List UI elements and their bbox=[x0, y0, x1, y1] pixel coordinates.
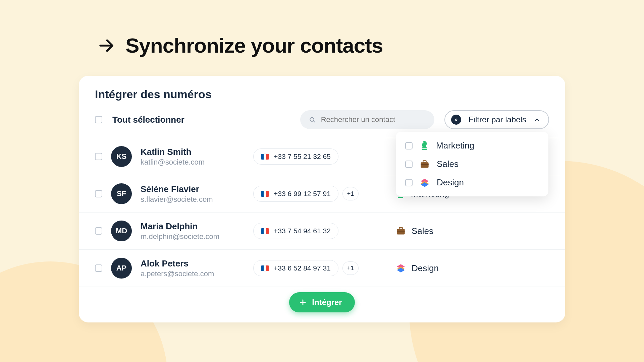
contacts-card: Intégrer des numéros Tout sélectionner F… bbox=[79, 76, 565, 322]
svg-point-5 bbox=[455, 119, 457, 120]
svg-rect-8 bbox=[421, 164, 428, 165]
contact-name: Sélène Flavier bbox=[141, 184, 245, 194]
contact-email: a.peters@societe.com bbox=[141, 269, 245, 278]
phone-pill[interactable]: +33 7 55 21 32 65 bbox=[253, 148, 338, 165]
phone-cell: +33 6 99 12 57 91 +1 bbox=[253, 186, 387, 202]
cta-label: Intégrer bbox=[312, 298, 342, 307]
phone-cell: +33 7 55 21 32 65 bbox=[253, 148, 387, 165]
contact-row: AP Alok Peters a.peters@societe.com +33 … bbox=[79, 250, 565, 287]
toolbar: Tout sélectionner Filtrer par labels Mar… bbox=[79, 110, 565, 138]
filter-option-checkbox[interactable] bbox=[405, 142, 413, 149]
arrow-right-icon bbox=[97, 37, 115, 55]
svg-rect-12 bbox=[397, 229, 405, 234]
tag-cell: Sales bbox=[396, 226, 433, 236]
avatar: MD bbox=[111, 221, 132, 241]
page-heading-row: Synchronize your contacts bbox=[97, 34, 565, 57]
phone-cell: +33 7 54 94 61 32 bbox=[253, 223, 387, 239]
phone-number: +33 6 99 12 57 91 bbox=[274, 190, 331, 198]
filter-label: Filtrer par labels bbox=[469, 115, 526, 124]
row-checkbox[interactable] bbox=[95, 190, 102, 197]
chevron-up-icon bbox=[534, 116, 540, 123]
avatar: SF bbox=[111, 183, 132, 204]
svg-line-2 bbox=[314, 121, 315, 122]
filter-option-label: Design bbox=[437, 177, 464, 188]
filter-option-sales[interactable]: Sales bbox=[396, 155, 548, 173]
phone-cell: +33 6 52 84 97 31 +1 bbox=[253, 260, 387, 276]
more-phones-badge[interactable]: +1 bbox=[342, 187, 359, 200]
plus-icon bbox=[299, 299, 307, 306]
avatar: KS bbox=[111, 146, 132, 167]
search-input[interactable] bbox=[321, 115, 426, 124]
select-all-checkbox[interactable] bbox=[95, 116, 102, 123]
filter-option-label: Marketing bbox=[436, 140, 474, 151]
page-title: Synchronize your contacts bbox=[125, 34, 383, 57]
filter-option-design[interactable]: Design bbox=[396, 173, 548, 192]
flag-france-icon bbox=[261, 265, 269, 271]
contact-name: Maria Delphin bbox=[141, 221, 245, 232]
phone-pill[interactable]: +33 6 52 84 97 31 bbox=[253, 260, 338, 276]
tag-icon bbox=[451, 115, 461, 125]
contact-identity: Maria Delphin m.delphin@societe.com bbox=[141, 221, 245, 241]
layers-icon bbox=[396, 263, 406, 273]
row-checkbox[interactable] bbox=[95, 227, 102, 235]
select-all-label: Tout sélectionner bbox=[112, 115, 184, 125]
contact-row: MD Maria Delphin m.delphin@societe.com +… bbox=[79, 213, 565, 250]
filter-dropdown: Marketing Sales Design bbox=[396, 132, 548, 196]
phone-pill[interactable]: +33 6 99 12 57 91 bbox=[253, 186, 338, 202]
flag-france-icon bbox=[261, 228, 269, 234]
phone-number: +33 6 52 84 97 31 bbox=[274, 264, 331, 272]
briefcase-icon bbox=[396, 227, 406, 235]
search-field[interactable] bbox=[300, 110, 434, 129]
contact-email: s.flavier@societe.com bbox=[141, 195, 245, 204]
contact-email: m.delphin@societe.com bbox=[141, 232, 245, 241]
contact-identity: Alok Peters a.peters@societe.com bbox=[141, 258, 245, 278]
contact-name: Katlin Smith bbox=[141, 147, 245, 157]
chess-knight-icon bbox=[420, 141, 429, 151]
phone-number: +33 7 55 21 32 65 bbox=[274, 153, 331, 161]
tag-cell: Design bbox=[396, 263, 439, 274]
tag-label: Sales bbox=[412, 226, 433, 236]
filter-option-checkbox[interactable] bbox=[405, 179, 413, 186]
filter-option-label: Sales bbox=[437, 159, 459, 169]
phone-pill[interactable]: +33 7 54 94 61 32 bbox=[253, 223, 338, 239]
more-phones-badge[interactable]: +1 bbox=[342, 261, 359, 275]
cta-row: Intégrer bbox=[79, 287, 565, 312]
flag-france-icon bbox=[261, 191, 269, 197]
row-checkbox[interactable] bbox=[95, 153, 102, 160]
filter-button[interactable]: Filtrer par labels Marketing Sales bbox=[444, 110, 549, 129]
tag-label: Design bbox=[412, 263, 439, 274]
svg-rect-7 bbox=[423, 161, 426, 162]
row-checkbox[interactable] bbox=[95, 264, 102, 272]
svg-rect-13 bbox=[399, 228, 402, 229]
contact-email: katlin@societe.com bbox=[141, 158, 245, 167]
contact-identity: Katlin Smith katlin@societe.com bbox=[141, 147, 245, 167]
avatar: AP bbox=[111, 258, 132, 279]
filter-option-checkbox[interactable] bbox=[405, 161, 413, 168]
filter-option-marketing[interactable]: Marketing bbox=[396, 136, 548, 155]
layers-icon bbox=[420, 178, 429, 187]
contact-name: Alok Peters bbox=[141, 258, 245, 269]
flag-france-icon bbox=[261, 154, 269, 160]
card-title: Intégrer des numéros bbox=[79, 88, 565, 110]
search-icon bbox=[309, 116, 316, 123]
contact-identity: Sélène Flavier s.flavier@societe.com bbox=[141, 184, 245, 204]
integrate-button[interactable]: Intégrer bbox=[289, 292, 355, 312]
svg-rect-6 bbox=[421, 162, 428, 168]
phone-number: +33 7 54 94 61 32 bbox=[274, 227, 331, 235]
svg-rect-14 bbox=[397, 231, 405, 232]
briefcase-icon bbox=[420, 160, 429, 169]
